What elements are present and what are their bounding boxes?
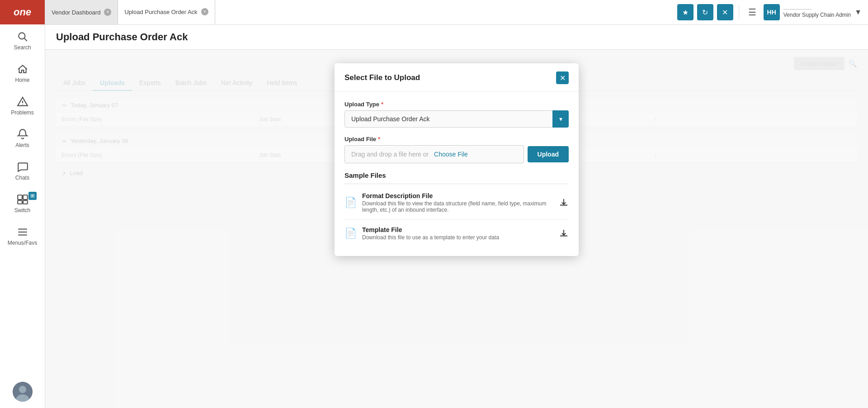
upload-file-label: Upload File * <box>344 136 569 142</box>
required-star-type: * <box>381 101 383 108</box>
svg-rect-8 <box>18 195 22 199</box>
file-name-template: Template File <box>362 226 553 233</box>
sidebar-item-menus[interactable]: Menus/Favs <box>0 220 45 252</box>
sidebar-label-problems: Problems <box>11 109 34 116</box>
svg-point-0 <box>19 33 25 39</box>
refresh-button[interactable]: ↻ <box>697 4 713 20</box>
tab-close-upload-po-ack[interactable]: × <box>201 8 208 15</box>
warning-icon <box>17 96 28 108</box>
upload-file-group: Upload File * Drag and drop a file here … <box>344 136 569 163</box>
app-logo[interactable]: one <box>0 0 45 24</box>
upload-type-group: Upload Type * Upload Purchase Order Ack … <box>344 101 569 128</box>
content-area: Create Upload 🔍 All Jobs Uploads Exports… <box>45 50 868 408</box>
tab-vendor-dashboard[interactable]: Vendor Dashboard × <box>45 0 118 24</box>
sidebar-item-problems[interactable]: Problems <box>0 90 45 122</box>
modal-close-button[interactable]: ✕ <box>556 71 569 84</box>
user-dropdown-arrow[interactable]: ▼ <box>854 8 862 16</box>
upload-type-label: Upload Type * <box>344 101 569 108</box>
upload-modal: Select File to Upload ✕ Upload Type * Up… <box>335 63 579 256</box>
svg-rect-10 <box>18 200 22 204</box>
tab-label-active: Upload Purchase Order Ack <box>124 9 197 15</box>
svg-point-3 <box>22 104 23 105</box>
topbar-divider <box>739 5 739 19</box>
modal-overlay: Select File to Upload ✕ Upload Type * Up… <box>45 50 868 408</box>
search-icon <box>17 31 28 43</box>
user-info: ──────── Vendor Supply Chain Admin <box>783 6 851 18</box>
download-icon-format <box>559 198 569 208</box>
sidebar-label-alerts: Alerts <box>15 142 29 148</box>
download-button-template[interactable] <box>559 228 569 238</box>
home-icon <box>17 63 28 75</box>
file-info-format: Format Description File Download this fi… <box>362 192 553 213</box>
star-button[interactable]: ★ <box>677 4 693 20</box>
sidebar-item-chats[interactable]: Chats <box>0 155 45 187</box>
sample-file-template: 📄 Template File Download this file to us… <box>344 220 569 247</box>
file-doc-icon-1: 📄 <box>344 197 357 209</box>
sample-file-format-description: 📄 Format Description File Download this … <box>344 186 569 220</box>
svg-rect-11 <box>23 200 28 204</box>
file-upload-row: Drag and drop a file here or Choose File… <box>344 145 569 163</box>
sample-files-title: Sample Files <box>344 171 569 179</box>
tab-upload-po-ack[interactable]: Upload Purchase Order Ack × <box>118 0 215 24</box>
drop-text: Drag and drop a file here or <box>351 151 429 158</box>
menu-icon <box>17 226 28 238</box>
sidebar-item-search[interactable]: Search <box>0 24 45 57</box>
switch-icon <box>17 194 28 205</box>
topbar-actions: ★ ↻ ✕ ☰ HH ──────── Vendor Supply Chain … <box>671 4 868 20</box>
sidebar-item-alerts[interactable]: Alerts <box>0 122 45 155</box>
tab-bar: Vendor Dashboard × Upload Purchase Order… <box>45 0 671 24</box>
tab-label: Vendor Dashboard <box>52 9 100 16</box>
user-role-text: Vendor Supply Chain Admin <box>783 12 851 18</box>
file-desc-template: Download this file to use as a template … <box>362 234 553 241</box>
file-doc-icon-2: 📄 <box>344 228 357 239</box>
main-content: Vendor Dashboard × Upload Purchase Order… <box>45 0 868 408</box>
svg-point-16 <box>19 386 26 393</box>
sidebar-item-home[interactable]: Home <box>0 57 45 90</box>
sidebar-item-switch[interactable]: Switch <box>0 187 45 220</box>
topbar: Vendor Dashboard × Upload Purchase Order… <box>45 0 868 25</box>
user-initials-badge: HH <box>764 4 780 20</box>
hamburger-menu-button[interactable]: ☰ <box>745 7 760 18</box>
sample-files-section: Sample Files 📄 Format Description File D… <box>344 171 569 247</box>
download-icon-template <box>559 228 569 238</box>
bell-icon <box>17 128 28 140</box>
download-button-format[interactable] <box>559 198 569 208</box>
svg-line-1 <box>24 38 27 41</box>
sidebar: one Search Home Problems Alerts Chats Sw… <box>0 0 45 408</box>
switch-badge <box>28 192 37 200</box>
modal-body: Upload Type * Upload Purchase Order Ack … <box>335 92 579 256</box>
upload-button[interactable]: Upload <box>528 146 569 162</box>
modal-title: Select File to Upload <box>344 73 420 82</box>
sidebar-label-search: Search <box>14 44 31 51</box>
file-desc-format: Download this file to view the data stru… <box>362 200 553 213</box>
file-name-format: Format Description File <box>362 192 553 199</box>
tab-close-vendor-dashboard[interactable]: × <box>104 9 111 16</box>
file-info-template: Template File Download this file to use … <box>362 226 553 241</box>
user-role-label: ──────── <box>783 6 851 12</box>
file-drop-zone[interactable]: Drag and drop a file here or Choose File <box>344 145 524 163</box>
sidebar-label-menus: Menus/Favs <box>8 240 37 246</box>
modal-header: Select File to Upload ✕ <box>335 63 579 92</box>
svg-rect-9 <box>23 195 28 199</box>
sidebar-label-home: Home <box>15 77 29 83</box>
page-title: Upload Purchase Order Ack <box>56 31 857 43</box>
page-header: Upload Purchase Order Ack <box>45 25 868 50</box>
avatar-image <box>13 382 33 402</box>
user-avatar[interactable] <box>0 375 45 408</box>
chat-icon <box>17 161 28 173</box>
required-star-file: * <box>378 136 380 142</box>
switch-badge-icon <box>30 193 35 199</box>
close-tab-button[interactable]: ✕ <box>717 4 733 20</box>
sidebar-label-chats: Chats <box>15 175 29 181</box>
upload-type-select-wrapper: Upload Purchase Order Ack ▾ <box>344 110 569 128</box>
choose-file-link[interactable]: Choose File <box>434 151 468 158</box>
logo-text: one <box>14 6 31 18</box>
upload-type-select[interactable]: Upload Purchase Order Ack <box>344 110 569 128</box>
sidebar-label-switch: Switch <box>14 207 30 213</box>
